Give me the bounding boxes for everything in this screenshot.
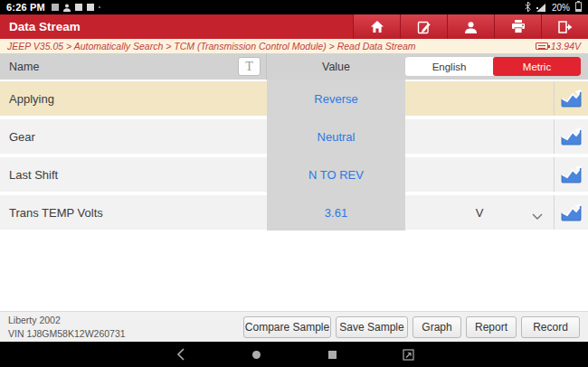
param-unit: V: [476, 206, 484, 220]
row-graph-button[interactable]: [560, 165, 583, 184]
unit-toggle-english[interactable]: English: [405, 57, 493, 76]
battery-percent: 20%: [552, 3, 570, 13]
breadcrumb: JEEP V35.05 > Automatically Search > TCM…: [7, 41, 416, 52]
app-notification-icon: [52, 4, 59, 11]
breadcrumb-bar: JEEP V35.05 > Automatically Search > TCM…: [0, 39, 588, 53]
param-value: N TO REV: [267, 157, 405, 192]
column-header-value: Value: [267, 53, 405, 80]
row-graph-button[interactable]: [560, 127, 583, 146]
param-value: Reverse: [267, 81, 405, 116]
record-button[interactable]: Record: [521, 316, 580, 338]
vehicle-battery-icon: [536, 42, 548, 50]
param-name: Gear: [0, 119, 267, 154]
data-stream-screen: 6:26 PM 20% Data Stream: [0, 0, 588, 367]
notification-square-icon: [87, 4, 94, 11]
unit-toggle-metric[interactable]: Metric: [493, 57, 581, 76]
param-name: Applying: [0, 81, 267, 116]
printer-icon: [511, 20, 526, 33]
text-size-button[interactable]: T: [238, 57, 261, 76]
chevron-left-icon: [176, 348, 185, 361]
battery-icon: [575, 0, 582, 15]
param-name: Last Shift: [0, 157, 267, 192]
table-row[interactable]: Trans TEMP Volts 3.61 V: [0, 195, 588, 230]
report-button[interactable]: Report: [466, 316, 517, 338]
save-sample-button[interactable]: Save Sample: [336, 316, 408, 338]
notification-dot-icon: [99, 6, 100, 8]
param-value: 3.61: [267, 195, 405, 230]
recents-button[interactable]: [325, 347, 339, 362]
back-button[interactable]: [173, 347, 187, 362]
notification-icons: [52, 0, 100, 15]
column-header-name: Name: [9, 53, 39, 80]
param-unit: [405, 81, 554, 116]
table-header: Name T Value English Metric: [0, 53, 588, 80]
table-row[interactable]: Gear Neutral: [0, 119, 588, 154]
param-name: Trans TEMP Volts: [0, 195, 267, 230]
param-value: Neutral: [267, 119, 405, 154]
param-unit: [405, 157, 554, 192]
compare-sample-button[interactable]: Compare Sample: [243, 316, 331, 338]
signal-icon: [536, 0, 546, 15]
nav-home-button[interactable]: [249, 347, 263, 362]
print-button[interactable]: [494, 14, 541, 39]
home-button[interactable]: [353, 14, 400, 39]
chart-icon: [561, 203, 582, 221]
chart-icon: [561, 165, 582, 184]
graph-button[interactable]: Graph: [413, 316, 461, 338]
person-icon: [463, 21, 479, 33]
android-nav-bar: [0, 342, 588, 367]
param-unit: [405, 119, 554, 154]
note-edit-icon: [417, 20, 432, 34]
title-bar: Data Stream: [0, 14, 588, 39]
unit-system-toggle: English Metric: [404, 56, 582, 77]
screenshot-icon: [403, 349, 414, 361]
chart-icon: [561, 89, 582, 108]
page-title: Data Stream: [0, 20, 81, 33]
screenshot-button[interactable]: [401, 347, 415, 362]
exit-button[interactable]: [541, 14, 588, 39]
android-status-bar: 6:26 PM 20%: [0, 0, 588, 14]
recents-square-icon: [328, 351, 337, 359]
table-row[interactable]: Applying Reverse: [0, 81, 588, 116]
vehicle-vin: VIN 1J8GM58K12W260731: [8, 327, 126, 340]
table-row[interactable]: Last Shift N TO REV: [0, 157, 588, 192]
home-icon: [370, 20, 384, 33]
clock: 6:26 PM: [6, 2, 45, 13]
vehicle-voltage: 13.94V: [551, 41, 581, 52]
report-edit-button[interactable]: [400, 14, 447, 39]
notification-square-icon: [75, 4, 82, 11]
remote-diagnose-button[interactable]: [447, 14, 494, 39]
chart-icon: [561, 127, 582, 146]
unit-dropdown[interactable]: V: [405, 195, 554, 230]
row-graph-button[interactable]: [560, 202, 583, 222]
person-notification-icon: [63, 0, 71, 15]
row-graph-button[interactable]: [560, 89, 583, 108]
vehicle-model: Liberty 2002: [8, 314, 126, 326]
footer-bar: Liberty 2002 VIN 1J8GM58K12W260731 Compa…: [0, 311, 588, 342]
home-circle-icon: [252, 351, 261, 359]
exit-icon: [557, 21, 573, 33]
chevron-down-icon: [532, 209, 543, 222]
bluetooth-icon: [525, 0, 531, 15]
